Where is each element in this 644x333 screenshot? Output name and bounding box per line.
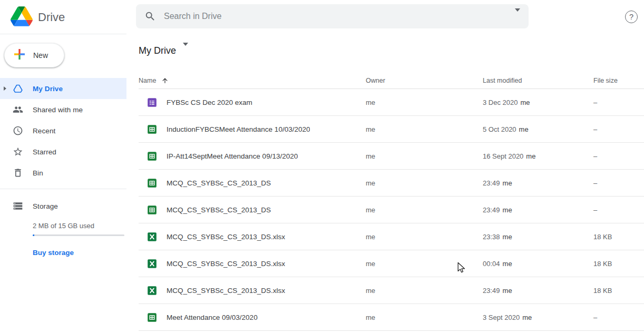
sort-ascending-icon[interactable] (161, 77, 169, 84)
file-modified-date: 23:49 (483, 206, 500, 214)
file-modified-cell: 5 Oct 2020me (483, 125, 593, 133)
file-size: – (593, 125, 644, 133)
storage-label: Storage (33, 202, 58, 210)
sheets-icon (147, 151, 158, 162)
storage-progress-fill (33, 234, 34, 236)
file-modified-cell: 23:49me (483, 287, 593, 295)
recent-icon (12, 125, 24, 136)
file-name-cell: MCQ_CS_SYBSc_CS_2013_DS.xlsx (139, 231, 366, 242)
table-row[interactable]: MCQ_CS_SYBSc_CS_2013_DS.xlsx me 00:04me … (139, 250, 644, 277)
file-size: 18 KB (593, 233, 644, 241)
file-size: 18 KB (593, 287, 644, 295)
file-modified-date: 23:38 (483, 233, 500, 241)
excel-icon (147, 258, 158, 269)
table-row[interactable]: MCQ_CS_SYBSc_CS_2013_DS me 23:49me – (139, 170, 644, 197)
search-icon[interactable] (144, 11, 156, 22)
expand-arrow-icon[interactable] (4, 86, 6, 91)
file-size: – (593, 152, 644, 160)
main-content: My Drive Name Owner Last modified File s… (126, 34, 644, 333)
file-modified-date: 3 Dec 2020 (483, 99, 518, 106)
plus-icon (12, 46, 27, 64)
sidebar-item-starred[interactable]: Starred (0, 141, 126, 162)
file-modified-date: 16 Sept 2020 (483, 152, 523, 160)
table-row[interactable]: MCQ_CS_SYBSc_CS_2013_DS me 23:49me – (139, 197, 644, 223)
storage-section: Storage 2 MB of 15 GB used Buy storage (0, 195, 126, 257)
file-size: – (593, 206, 644, 214)
file-modified-cell: 23:49me (483, 179, 593, 187)
file-name: MCQ_CS_SYBSc_CS_2013_DS.xlsx (167, 233, 285, 241)
file-owner: me (366, 233, 483, 241)
file-name-cell: IP-Att14SeptMeet Attendance 09/13/2020 (139, 151, 366, 162)
table-row[interactable]: InductionFYBCSMeet Attendance 10/03/2020… (139, 116, 644, 143)
file-owner: me (366, 206, 483, 214)
file-name: MCQ_CS_SYBSc_CS_2013_DS (167, 179, 271, 187)
sheets-icon (147, 204, 158, 216)
sidebar-item-recent[interactable]: Recent (0, 120, 126, 141)
file-modified-cell: 23:49me (483, 206, 593, 214)
column-header-file-size: File size (593, 77, 644, 84)
sidebar-item-shared-with-me[interactable]: Shared with me (0, 99, 126, 120)
file-owner: me (366, 287, 483, 295)
file-modified-date: 23:49 (483, 179, 500, 187)
sidebar-item-label: Shared with me (33, 106, 83, 114)
search-input[interactable] (163, 11, 510, 22)
file-name-cell: FYBSc CS Dec 2020 exam (139, 97, 366, 108)
title-chevron-down-icon[interactable] (183, 46, 188, 55)
file-modified-by: me (503, 260, 512, 268)
sidebar-item-label: Starred (33, 148, 56, 156)
table-row[interactable]: MCQ_CS_SYBSc_CS_2013_DS.xlsx me 23:49me … (139, 277, 644, 304)
new-button[interactable]: New (4, 43, 64, 67)
file-name-cell: MCQ_CS_SYBSc_CS_2013_DS.xlsx (139, 258, 366, 269)
shared-with-me-icon (12, 104, 24, 115)
file-modified-by: me (503, 179, 512, 187)
file-modified-date: 5 Oct 2020 (483, 125, 516, 133)
drive-logo-icon (11, 6, 33, 28)
column-header-last-modified: Last modified (483, 77, 593, 84)
sidebar-nav: My Drive Shared with me Recent Starred (0, 78, 126, 183)
file-size: 18 KB (593, 260, 644, 268)
file-name: MCQ_CS_SYBSc_CS_2013_DS.xlsx (167, 287, 285, 295)
file-modified-date: 23:49 (483, 287, 500, 295)
sheets-icon (147, 178, 158, 189)
table-row[interactable]: MCQ_CS_SYBSc_CS_2013_DS.xlsx me 23:38me … (139, 223, 644, 250)
search-bar[interactable] (136, 4, 529, 28)
file-table-header: Name Owner Last modified File size (139, 73, 644, 89)
file-owner: me (366, 314, 483, 321)
file-modified-by: me (503, 233, 512, 241)
my-drive-menu-button[interactable]: My Drive (139, 41, 188, 60)
file-name-cell: MCQ_CS_SYBSc_CS_2013_DS (139, 204, 366, 216)
google-drive-app: Drive New (0, 0, 644, 333)
help-icon[interactable] (625, 11, 638, 23)
file-modified-date: 00:04 (483, 260, 500, 268)
file-owner: me (366, 179, 483, 187)
storage-icon (12, 200, 24, 212)
sheets-icon (147, 312, 158, 323)
name-header-label: Name (139, 77, 156, 84)
sheets-icon (147, 124, 158, 135)
file-modified-by: me (503, 206, 512, 214)
file-modified-by: me (522, 314, 532, 321)
file-list: FYBSc CS Dec 2020 exam me 3 Dec 2020me –… (139, 89, 644, 331)
file-modified-cell: 00:04me (483, 260, 593, 268)
storage-progress-bar (33, 234, 124, 236)
my-drive-icon (12, 83, 24, 94)
table-row[interactable]: IP-Att14SeptMeet Attendance 09/13/2020 m… (139, 143, 644, 170)
sidebar-item-storage[interactable]: Storage (0, 195, 126, 217)
file-modified-by: me (503, 287, 512, 295)
sidebar-item-bin[interactable]: Bin (0, 162, 126, 183)
app-name: Drive (38, 11, 65, 24)
file-name: MCQ_CS_SYBSc_CS_2013_DS (167, 206, 271, 214)
drive-logo[interactable]: Drive (11, 6, 65, 28)
search-options-chevron-down-icon[interactable] (515, 12, 520, 21)
file-size: – (593, 99, 644, 106)
file-modified-cell: 23:38me (483, 233, 593, 241)
sidebar-item-my-drive[interactable]: My Drive (0, 78, 126, 99)
table-row[interactable]: Meet Attendance 09/03/2020 me 3 Sept 202… (139, 304, 644, 331)
table-row[interactable]: FYBSc CS Dec 2020 exam me 3 Dec 2020me – (139, 89, 644, 116)
page-title: My Drive (139, 45, 176, 56)
header: Drive (0, 0, 644, 34)
column-header-name[interactable]: Name (139, 77, 366, 84)
new-button-label: New (33, 51, 48, 60)
buy-storage-button[interactable]: Buy storage (33, 249, 74, 257)
file-name-cell: Meet Attendance 09/03/2020 (139, 312, 366, 323)
